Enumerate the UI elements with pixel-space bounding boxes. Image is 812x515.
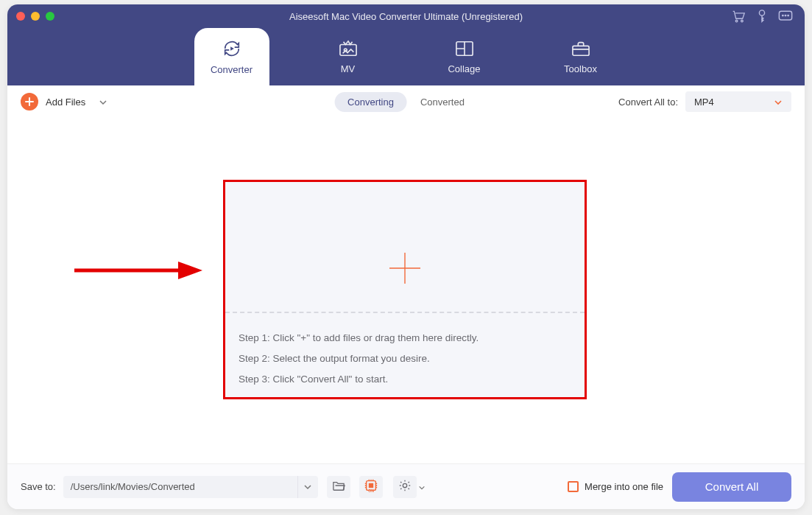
gpu-chip-icon: ON [364,478,378,496]
collage-icon [454,40,475,57]
tab-collage[interactable]: Collage [427,28,502,85]
dropzone[interactable]: Step 1: Click "+" to add files or drag t… [223,180,587,399]
svg-point-4 [783,15,783,15]
refresh-play-icon [222,39,242,58]
save-path-dropdown[interactable] [297,476,318,498]
instruction-step-1: Step 1: Click "+" to add files or drag t… [239,328,479,348]
open-folder-button[interactable] [327,476,350,498]
titlebar: Aiseesoft Mac Video Converter Ultimate (… [7,4,805,28]
plus-icon [386,250,423,290]
main-tabs: Converter MV [194,28,618,85]
output-format-value: MP4 [694,97,714,108]
tab-toolbox-label: Toolbox [564,63,597,74]
instruction-step-3: Step 3: Click "Convert All" to start. [239,369,479,390]
minimize-window-button[interactable] [31,12,40,21]
merge-label: Merge into one file [585,481,663,492]
convert-all-to-label: Convert All to: [618,97,678,108]
save-path-value: /Users/link/Movies/Converted [71,481,195,492]
close-window-button[interactable] [16,12,25,21]
svg-point-6 [788,15,788,15]
chevron-down-icon [774,97,783,108]
instructions: Step 1: Click "+" to add files or drag t… [239,328,479,390]
dropzone-divider [225,312,585,313]
tab-converter-label: Converter [211,64,253,75]
svg-point-16 [403,483,406,487]
tab-toolbox[interactable]: Toolbox [543,28,618,85]
cart-icon[interactable] [731,10,746,23]
save-to-label: Save to: [21,481,56,492]
add-files-button[interactable]: Add Files [21,93,107,111]
convert-all-button[interactable]: Convert All [672,472,791,502]
folder-icon [332,480,345,494]
svg-point-0 [735,20,738,22]
bottom-bar: Save to: /Users/link/Movies/Converted ON [7,463,805,509]
svg-marker-12 [178,262,202,279]
gpu-accel-button[interactable]: ON [359,476,383,498]
convert-all-button-label: Convert All [705,480,759,493]
tab-mv-label: MV [341,63,356,74]
mv-icon [338,40,359,57]
convert-all-to-group: Convert All to: MP4 [618,91,791,112]
tab-converter[interactable]: Converter [194,28,269,85]
tab-mv[interactable]: MV [311,28,386,85]
app-window: Aiseesoft Mac Video Converter Ultimate (… [7,4,805,509]
status-segmented-control: Converting Converted [334,92,478,112]
segment-converted[interactable]: Converted [407,92,478,112]
annotation-arrow [71,259,202,284]
chevron-down-icon[interactable] [99,95,107,108]
add-files-label: Add Files [46,97,85,108]
content-area: Step 1: Click "+" to add files or drag t… [7,118,805,463]
svg-point-1 [741,20,744,22]
svg-point-2 [759,10,764,15]
plus-circle-icon [21,93,38,111]
svg-rect-7 [339,44,356,55]
header-tabs-bar: Converter MV [7,28,805,85]
maximize-window-button[interactable] [46,12,54,21]
svg-rect-14 [369,483,373,487]
svg-point-5 [785,15,785,15]
chat-icon[interactable] [778,10,793,23]
settings-button[interactable] [393,476,417,498]
titlebar-actions [731,10,793,23]
checkbox-icon [568,481,579,492]
merge-checkbox[interactable]: Merge into one file [568,481,663,492]
toolbox-icon [571,40,591,57]
svg-rect-10 [572,46,588,55]
gear-icon [398,479,412,495]
segment-converting[interactable]: Converting [334,92,407,112]
key-icon[interactable] [756,10,768,23]
toolbar: Add Files Converting Converted Convert A… [7,85,805,118]
window-title: Aiseesoft Mac Video Converter Ultimate (… [289,11,523,22]
chevron-down-icon[interactable] [418,480,426,494]
save-path-field[interactable]: /Users/link/Movies/Converted [63,476,297,498]
traffic-lights [16,12,54,21]
svg-text:ON: ON [368,488,374,492]
instruction-step-2: Step 2: Select the output format you des… [239,348,479,369]
tab-collage-label: Collage [448,63,480,74]
output-format-select[interactable]: MP4 [685,91,791,112]
